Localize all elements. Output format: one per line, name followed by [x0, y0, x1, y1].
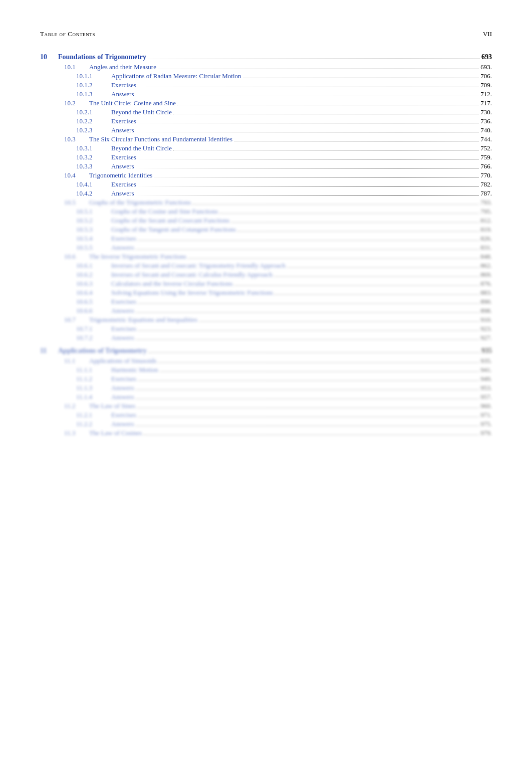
- toc-title[interactable]: The Six Circular Functions and Fundament…: [89, 135, 232, 143]
- toc-num: 10.1: [64, 63, 89, 71]
- toc-num: 10.5.3: [76, 226, 111, 234]
- toc-title[interactable]: Answers: [111, 244, 134, 252]
- dot-leader: [138, 240, 479, 241]
- toc-row: 10.7Trigonometric Equations and Inequali…: [40, 316, 492, 324]
- toc-title[interactable]: Graphs of the Trigonometric Functions: [89, 199, 191, 207]
- toc-title[interactable]: Angles and their Measure: [89, 63, 156, 71]
- chapter-title[interactable]: Foundations of Trigonometry: [58, 53, 146, 61]
- toc-num: 10.2.2: [76, 117, 111, 125]
- chapter-title[interactable]: Applications of Trigonometry: [58, 347, 147, 355]
- toc-page: 979.: [480, 429, 492, 437]
- toc-row: 10.3.1Beyond the Unit Circle752.: [40, 144, 492, 152]
- toc-title[interactable]: Answers: [111, 307, 134, 315]
- toc-page: 862.: [480, 262, 492, 270]
- toc-title[interactable]: Answers: [111, 162, 134, 170]
- toc-row: 10.5.5Answers831.: [40, 244, 492, 252]
- toc-title[interactable]: Answers: [111, 189, 134, 198]
- toc-title[interactable]: Trigonometric Equations and Inequalities: [89, 316, 197, 324]
- toc-title[interactable]: Exercises: [111, 235, 136, 243]
- toc-page: 717.: [480, 99, 492, 107]
- toc-num: 11.1.3: [76, 384, 111, 392]
- chapter-page: 693: [481, 53, 492, 61]
- toc-num: 10.5.5: [76, 244, 111, 252]
- toc-row: 10.6.2Inverses of Secant and Cosecant: C…: [40, 271, 492, 279]
- toc-title[interactable]: Exercises: [111, 180, 136, 188]
- dot-leader: [136, 389, 479, 390]
- toc-title[interactable]: Exercises: [111, 411, 136, 419]
- toc-title[interactable]: Exercises: [111, 81, 136, 89]
- toc-title[interactable]: Answers: [111, 90, 134, 98]
- toc-row: 11.2.2Answers975.: [40, 420, 492, 428]
- dot-leader: [136, 168, 479, 168]
- toc-title[interactable]: Exercises: [111, 325, 136, 333]
- toc-num: 10.4.1: [76, 180, 111, 188]
- toc-title[interactable]: Answers: [111, 334, 134, 342]
- toc-title[interactable]: Beyond the Unit Circle: [111, 108, 172, 116]
- toc-row: 11.3The Law of Cosines979.: [40, 429, 492, 437]
- toc-title[interactable]: Harmonic Motion: [111, 366, 158, 374]
- dot-leader: [138, 123, 479, 123]
- toc-page: 927.: [480, 334, 492, 342]
- toc-row: 10.5.1Graphs of the Cosine and Sine Func…: [40, 208, 492, 216]
- toc-title[interactable]: Exercises: [111, 298, 136, 306]
- toc-title[interactable]: Graphs of the Tangent and Cotangent Func…: [111, 226, 236, 234]
- toc-page: 736.: [480, 117, 492, 125]
- toc-row: 11.1.4Answers957.: [40, 393, 492, 401]
- toc-row: 10.1Angles and their Measure693.: [40, 63, 492, 71]
- toc-num: 10.6.1: [76, 262, 111, 270]
- toc-title[interactable]: The Unit Circle: Cosine and Sine: [89, 99, 176, 107]
- toc-title[interactable]: Answers: [111, 420, 134, 428]
- dot-leader: [138, 417, 479, 417]
- dot-leader: [274, 276, 479, 277]
- toc-page: 890.: [480, 298, 492, 306]
- toc-title[interactable]: Graphs of the Cosine and Sine Functions: [111, 208, 218, 216]
- dot-leader: [275, 294, 479, 295]
- header-page: VII: [483, 30, 492, 38]
- toc-title[interactable]: Exercises: [111, 117, 136, 125]
- toc-num: 10.6: [64, 253, 89, 261]
- toc-title[interactable]: Solving Equations Using the Inverse Trig…: [111, 289, 273, 297]
- dot-leader: [219, 213, 479, 214]
- toc-title[interactable]: Answers: [111, 384, 134, 392]
- toc-title[interactable]: Inverses of Secant and Cosecant: Trigono…: [111, 262, 286, 270]
- toc-page: 819.: [480, 226, 492, 234]
- toc-page: 793.: [480, 199, 492, 207]
- toc-title[interactable]: Applications of Radian Measure: Circular…: [111, 72, 241, 80]
- dot-leader: [136, 249, 479, 250]
- toc-title[interactable]: Trigonometric Identities: [89, 171, 152, 179]
- toc-row: 11.1.3Answers953.: [40, 384, 492, 392]
- toc-row: 10.2.2Exercises736.: [40, 117, 492, 125]
- toc-num: 10.6.6: [76, 307, 111, 315]
- toc-row: 10.3The Six Circular Functions and Funda…: [40, 135, 492, 143]
- toc-title[interactable]: Exercises: [111, 375, 136, 383]
- toc-title[interactable]: Answers: [111, 126, 134, 134]
- toc-num: 11.1.4: [76, 393, 111, 401]
- toc-title[interactable]: The Law of Sines: [89, 402, 135, 410]
- toc-title[interactable]: Applications of Sinusoids: [89, 357, 156, 365]
- toc-title[interactable]: The Inverse Trigonometric Functions: [89, 253, 186, 261]
- toc-page: 935.: [480, 357, 492, 365]
- toc-page: 869.: [480, 271, 492, 279]
- toc-num: 11.2: [64, 402, 89, 410]
- toc-title[interactable]: Inverses of Secant and Cosecant: Calculu…: [111, 271, 273, 279]
- toc-row: 10.6The Inverse Trigonometric Functions8…: [40, 253, 492, 261]
- toc-page: 876.: [480, 280, 492, 288]
- toc-title[interactable]: Graphs of the Secant and Cosecant Functi…: [111, 217, 229, 225]
- chapter-page: 935: [481, 347, 492, 355]
- dot-leader: [136, 195, 479, 196]
- toc-page: 971.: [480, 411, 492, 419]
- toc-title[interactable]: Calculators and the Inverse Circular Fun…: [111, 280, 232, 288]
- toc-num: 10.4: [64, 171, 89, 179]
- toc-title[interactable]: Answers: [111, 393, 134, 401]
- dot-leader: [148, 352, 480, 353]
- toc-title[interactable]: Beyond the Unit Circle: [111, 144, 172, 152]
- toc-title[interactable]: Exercises: [111, 153, 136, 161]
- toc-row: 11.1.1Harmonic Motion941.: [40, 366, 492, 374]
- toc-page: 706.: [480, 72, 492, 80]
- dot-leader: [287, 267, 479, 268]
- toc-row: 11.2The Law of Sines960.: [40, 402, 492, 410]
- toc-row: 10.4Trigonometric Identities770.: [40, 171, 492, 179]
- toc-row: 10.6.3Calculators and the Inverse Circul…: [40, 280, 492, 288]
- toc-title[interactable]: The Law of Cosines: [89, 429, 142, 437]
- toc-num: 10.7.1: [76, 325, 111, 333]
